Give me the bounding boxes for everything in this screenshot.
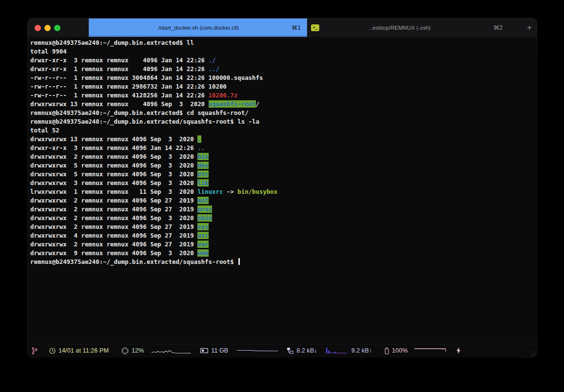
terminal-line: -rw-r--r-- 1 remnux remnux 4128256 Jan 1… bbox=[30, 91, 537, 100]
terminal-line: -rw-r--r-- 1 remnux remnux 2986732 Jan 1… bbox=[30, 82, 537, 91]
git-branch-indicator bbox=[32, 347, 38, 355]
cpu-icon bbox=[121, 347, 129, 355]
terminal-line: drwxrwxrwx 2 remnux remnux 4096 Sep 3 20… bbox=[30, 214, 537, 223]
clock-text: 14/01 at 11:26 PM bbox=[58, 347, 109, 354]
terminal-line: drwxrwxrwx 2 remnux remnux 4096 Sep 27 2… bbox=[30, 223, 537, 231]
terminal-line: drwxrwxrwx 2 remnux remnux 4096 Sep 27 2… bbox=[30, 240, 537, 249]
clock-indicator: 14/01 at 11:26 PM bbox=[49, 347, 109, 354]
terminal-line: lrwxrwxrwx 1 remnux remnux 11 Sep 3 2020… bbox=[30, 187, 537, 196]
network-up-graph bbox=[325, 347, 349, 355]
terminal-line: total 52 bbox=[30, 126, 537, 135]
zoom-button[interactable] bbox=[54, 25, 60, 31]
terminal-line: drwxr-xr-x 3 remnux remnux 4096 Jan 14 2… bbox=[30, 144, 537, 152]
tab-remnux-zsh[interactable]: >_ ..esktop/REMNUX (-zsh) ⌘2 bbox=[307, 19, 522, 37]
network-down-text: 8.2 kB↓ bbox=[296, 347, 317, 354]
tab-title: ..esktop/REMNUX (-zsh) bbox=[307, 25, 493, 31]
window-controls bbox=[28, 19, 89, 37]
terminal-line: drwxr-xr-x 1 remnux remnux 4096 Jan 14 2… bbox=[30, 65, 537, 74]
minimize-button[interactable] bbox=[44, 25, 51, 31]
tab-shortcut: ⌘1 bbox=[292, 24, 301, 31]
network-up-indicator: 9.2 kB↑ bbox=[325, 347, 372, 355]
memory-indicator: 11 GB bbox=[200, 347, 278, 355]
terminal-window: ./start_docker.sh (com.docker.cli) ⌘1 >_… bbox=[28, 19, 537, 357]
new-tab-button[interactable]: + bbox=[522, 19, 537, 37]
cpu-indicator: 12% bbox=[121, 347, 191, 355]
terminal-line: -rw-r--r-- 1 remnux remnux 3004864 Jan 1… bbox=[30, 74, 537, 82]
charging-bolt-icon bbox=[456, 347, 461, 354]
terminal-line: drwxrwxrwx 3 remnux remnux 4096 Sep 3 20… bbox=[30, 179, 537, 187]
terminal-line: drwxrwxrwx 9 remnux remnux 4096 Sep 3 20… bbox=[30, 249, 537, 258]
cpu-sparkline bbox=[152, 347, 191, 355]
battery-gauge bbox=[414, 348, 448, 354]
network-up-text: 9.2 kB↑ bbox=[351, 347, 372, 354]
terminal-line: drwxrwxrwx 5 remnux remnux 4096 Sep 3 20… bbox=[30, 161, 537, 170]
terminal-line: drwxrwxrwx 2 remnux remnux 4096 Sep 27 2… bbox=[30, 205, 537, 214]
terminal-line: drwxrwxrwx 4 remnux remnux 4096 Sep 27 2… bbox=[30, 231, 537, 240]
terminal-line: remnux@b249375ae240:~/_dump.bin.extracte… bbox=[30, 117, 537, 126]
tab-shortcut: ⌘2 bbox=[493, 24, 503, 31]
terminal-line: drwxrwxrwx 13 remnux remnux 4096 Sep 3 2… bbox=[30, 135, 537, 144]
battery-text: 100% bbox=[392, 347, 408, 354]
memory-text: 11 GB bbox=[211, 347, 228, 354]
terminal-line: remnux@b249375ae240:~/_dump.bin.extracte… bbox=[30, 258, 537, 266]
tab-docker-cli[interactable]: ./start_docker.sh (com.docker.cli) ⌘1 bbox=[89, 19, 307, 37]
terminal-line: drwxrwxrwx 5 remnux remnux 4096 Sep 3 20… bbox=[30, 170, 537, 179]
close-button[interactable] bbox=[35, 25, 41, 31]
tab-title: ./start_docker.sh (com.docker.cli) bbox=[157, 25, 239, 31]
battery-indicator: 100% bbox=[385, 347, 461, 355]
terminal-output[interactable]: remnux@b249375ae240:~/_dump.bin.extracte… bbox=[28, 37, 537, 344]
status-bar: 14/01 at 11:26 PM 12% 11 GB bbox=[28, 344, 537, 357]
tab-bar: ./start_docker.sh (com.docker.cli) ⌘1 >_… bbox=[28, 19, 537, 37]
network-down-icon bbox=[287, 347, 293, 354]
terminal-cursor bbox=[238, 258, 240, 265]
git-branch-icon bbox=[32, 347, 38, 355]
cpu-text: 12% bbox=[132, 347, 144, 354]
memory-graph bbox=[237, 347, 278, 355]
terminal-line: drwxrwxrwx 2 remnux remnux 4096 Sep 27 2… bbox=[30, 196, 537, 205]
battery-icon bbox=[385, 347, 389, 355]
terminal-line: drwxrwxrwx 2 remnux remnux 4096 Sep 3 20… bbox=[30, 152, 537, 161]
memory-icon bbox=[200, 348, 208, 354]
resize-grip[interactable] bbox=[530, 350, 536, 356]
terminal-line: remnux@b249375ae240:~/_dump.bin.extracte… bbox=[30, 109, 537, 117]
network-down-indicator: 8.2 kB↓ bbox=[287, 347, 317, 354]
terminal-line: total 9904 bbox=[30, 47, 537, 56]
terminal-line: drwxr-xr-x 3 remnux remnux 4096 Jan 14 2… bbox=[30, 56, 537, 65]
terminal-line: drwxrwxrwx 13 remnux remnux 4096 Sep 3 2… bbox=[30, 100, 537, 109]
terminal-line: remnux@b249375ae240:~/_dump.bin.extracte… bbox=[30, 38, 537, 47]
clock-icon bbox=[49, 348, 56, 354]
